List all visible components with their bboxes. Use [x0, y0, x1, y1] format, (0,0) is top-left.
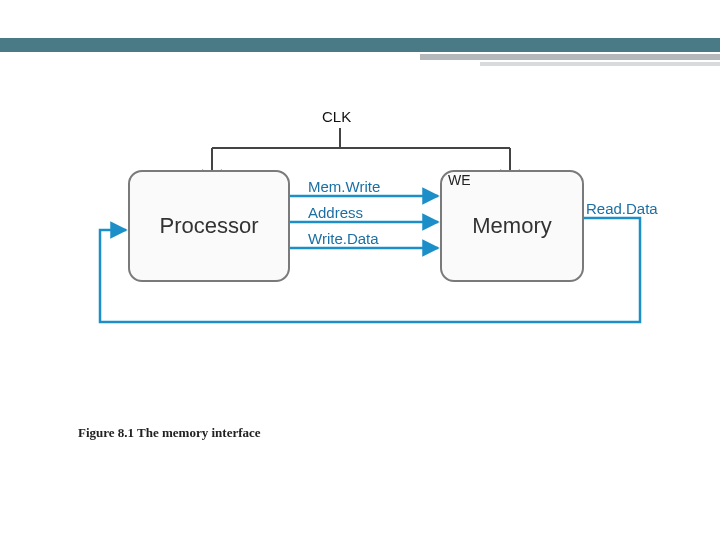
slide-top-sub-bar-2	[480, 62, 720, 66]
figure-caption: Figure 8.1 The memory interface	[78, 425, 261, 441]
slide-top-bar	[0, 38, 720, 52]
processor-block: Processor	[128, 170, 290, 282]
memory-block-label: Memory	[472, 213, 551, 239]
we-label: WE	[448, 172, 471, 188]
writedata-signal-label: Write.Data	[308, 230, 379, 247]
processor-block-label: Processor	[159, 213, 258, 239]
readdata-signal-label: Read.Data	[586, 200, 658, 217]
memwrite-signal-label: Mem.Write	[308, 178, 380, 195]
memory-interface-diagram: CLK Processor Memory WE Mem.Write Addres…	[70, 100, 650, 340]
address-signal-label: Address	[308, 204, 363, 221]
clk-label: CLK	[322, 108, 351, 125]
slide-top-sub-bar	[420, 54, 720, 60]
